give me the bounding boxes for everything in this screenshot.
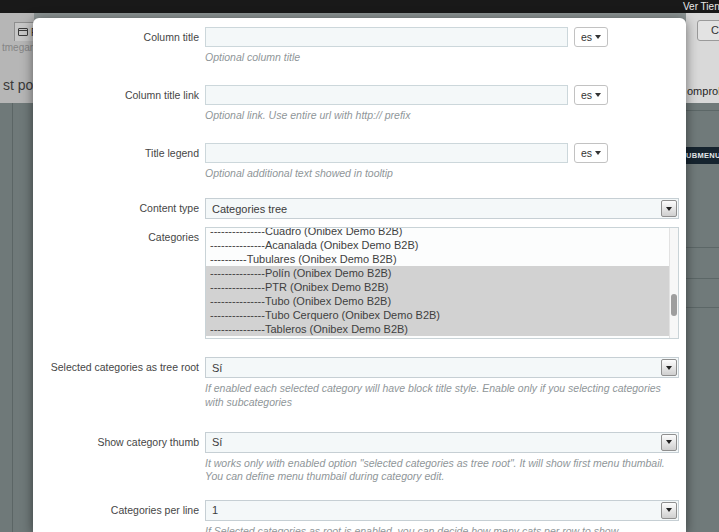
column-title-input[interactable] xyxy=(205,27,568,47)
cats-per-line-help: If Selected categories as root is enable… xyxy=(205,525,679,532)
chevron-down-icon xyxy=(666,366,672,370)
show-thumb-value: Sí xyxy=(206,436,678,448)
form-row-title-legend: Title legend es Optional additional text… xyxy=(33,143,686,180)
dropdown-button[interactable] xyxy=(661,434,677,451)
menu-column-edit-modal: Column title es Optional column title Co… xyxy=(33,18,686,532)
category-option[interactable]: ---------------Acanalada (Onibex Demo B2… xyxy=(206,238,669,252)
background-table-right: UBMENU xyxy=(686,103,719,532)
form-row-tree-root: Selected categories as tree root Sí If e… xyxy=(33,357,686,408)
category-option[interactable]: ---------------Tubo Cerquero (Onibex Dem… xyxy=(206,308,669,322)
form-row-column-title: Column title es Optional column title xyxy=(33,27,686,64)
dropdown-button[interactable] xyxy=(661,502,677,519)
show-thumb-select[interactable]: Sí xyxy=(205,432,679,453)
language-selector[interactable]: es xyxy=(574,85,608,105)
category-option[interactable]: ---------------Cuadro (Onibex Demo B2B) xyxy=(206,227,669,238)
form-row-show-thumb: Show category thumb Sí It works only wit… xyxy=(33,432,686,483)
cats-per-line-select[interactable]: 1 xyxy=(205,500,679,521)
language-code: es xyxy=(581,89,592,101)
language-selector[interactable]: es xyxy=(574,143,608,163)
column-title-link-help: Optional link. Use entire url with http:… xyxy=(205,109,679,122)
chevron-down-icon xyxy=(595,35,601,39)
title-legend-input[interactable] xyxy=(205,143,568,163)
language-selector[interactable]: es xyxy=(574,27,608,47)
form-row-column-title-link: Column title link es Optional link. Use … xyxy=(33,85,686,122)
content-type-value: Categories tree xyxy=(206,203,678,215)
title-legend-help: Optional additional text showed in toolt… xyxy=(205,167,679,180)
background-table-left xyxy=(0,103,34,532)
submenu-button[interactable]: UBMENU xyxy=(686,147,719,164)
title-legend-label: Title legend xyxy=(33,143,205,180)
background-text: omproba xyxy=(687,85,719,97)
chevron-down-icon xyxy=(595,151,601,155)
chevron-down-icon xyxy=(595,93,601,97)
cats-per-line-value: 1 xyxy=(206,504,678,516)
chevron-down-icon xyxy=(666,508,672,512)
table-row-divider xyxy=(686,278,719,279)
category-option[interactable]: ----------Tubulares (Onibex Demo B2B) xyxy=(206,252,669,266)
category-option[interactable]: ---------------Tableros (Onibex Demo B2B… xyxy=(206,322,669,336)
show-thumb-help: It works only with enabled option "selec… xyxy=(205,457,679,483)
admin-topbar: Ver Tienda xyxy=(0,0,719,13)
background-page-left: Ped tmegam st pow xyxy=(0,13,34,103)
content-type-select[interactable]: Categories tree xyxy=(205,198,679,219)
orders-icon xyxy=(18,28,28,36)
form-row-cats-per-line: Categories per line 1 If Selected catego… xyxy=(33,500,686,532)
table-row-divider xyxy=(686,307,719,308)
categories-listbox[interactable]: ---------------Cuadro (Onibex Demo B2B)-… xyxy=(205,227,679,339)
cats-per-line-label: Categories per line xyxy=(33,500,205,532)
column-title-label: Column title xyxy=(33,27,205,64)
language-code: es xyxy=(581,147,592,159)
tree-root-label: Selected categories as tree root xyxy=(33,357,205,408)
content-type-label: Content type xyxy=(33,198,205,219)
form-row-content-type: Content type Categories tree xyxy=(33,198,686,219)
listbox-scrollbar[interactable] xyxy=(669,228,678,338)
screen: Ver Tienda Ped tmegam st pow C omproba U… xyxy=(0,0,719,532)
view-shop-link[interactable]: Ver Tienda xyxy=(683,1,719,12)
categories-label: Categories xyxy=(33,227,205,339)
dropdown-button[interactable] xyxy=(661,200,677,217)
form-row-categories: Categories ---------------Cuadro (Onibex… xyxy=(33,227,686,339)
dropdown-button[interactable] xyxy=(661,359,677,376)
column-title-link-label: Column title link xyxy=(33,85,205,122)
scrollbar-thumb[interactable] xyxy=(671,294,677,316)
column-title-help: Optional column title xyxy=(205,51,679,64)
show-thumb-label: Show category thumb xyxy=(33,432,205,483)
tree-root-value: Sí xyxy=(206,362,678,374)
table-row-divider xyxy=(686,247,719,248)
category-option[interactable]: ---------------Tubo (Onibex Demo B2B) xyxy=(206,294,669,308)
table-divider xyxy=(686,110,719,111)
tree-root-help: If enabled each selected category will h… xyxy=(205,382,679,408)
background-page-right: C omproba xyxy=(686,13,719,103)
category-option[interactable]: ---------------PTR (Onibex Demo B2B) xyxy=(206,280,669,294)
chevron-down-icon xyxy=(666,440,672,444)
background-button[interactable]: C xyxy=(697,20,719,41)
tree-root-select[interactable]: Sí xyxy=(205,357,679,378)
chevron-down-icon xyxy=(666,207,672,211)
language-code: es xyxy=(581,31,592,43)
column-title-link-input[interactable] xyxy=(205,85,568,105)
category-option[interactable]: ---------------Polín (Onibex Demo B2B) xyxy=(206,266,669,280)
